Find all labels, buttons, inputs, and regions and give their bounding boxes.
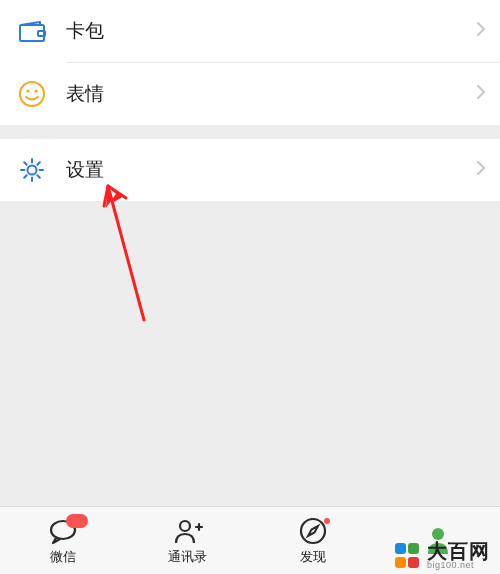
tab-discover[interactable]: 发现: [250, 507, 375, 574]
svg-point-2: [20, 82, 44, 106]
tab-label: 发现: [300, 548, 326, 566]
menu-item-settings[interactable]: 设置: [0, 139, 500, 201]
menu-section-1: 卡包 表情: [0, 0, 500, 125]
svg-rect-0: [20, 25, 44, 41]
chat-icon: [46, 516, 80, 546]
compass-icon: [298, 516, 328, 546]
svg-point-5: [28, 166, 37, 175]
contacts-icon: [172, 516, 204, 546]
svg-line-11: [37, 175, 40, 178]
person-icon: [425, 525, 451, 555]
svg-point-14: [180, 521, 190, 531]
chevron-right-icon: [476, 84, 486, 104]
chevron-right-icon: [476, 160, 486, 180]
svg-point-3: [26, 89, 29, 92]
chevron-right-icon: [476, 21, 486, 41]
svg-line-12: [24, 175, 27, 178]
smiley-icon: [18, 80, 46, 108]
gear-icon: [18, 156, 46, 184]
tab-contacts[interactable]: 通讯录: [125, 507, 250, 574]
svg-point-18: [432, 528, 444, 540]
menu-section-2: 设置: [0, 139, 500, 201]
wallet-icon: [18, 17, 46, 45]
svg-line-10: [24, 162, 27, 165]
menu-item-stickers[interactable]: 表情: [0, 63, 500, 125]
tab-bar: 微信 通讯录 发现: [0, 506, 500, 574]
tab-me[interactable]: [375, 507, 500, 574]
tab-label: 通讯录: [168, 548, 207, 566]
menu-item-label: 表情: [66, 81, 476, 107]
tab-label: 微信: [50, 548, 76, 566]
menu-item-label: 设置: [66, 157, 476, 183]
menu-item-label: 卡包: [66, 18, 476, 44]
section-gap: [0, 125, 500, 139]
menu-item-card-pack[interactable]: 卡包: [0, 0, 500, 62]
svg-point-4: [34, 89, 37, 92]
svg-line-13: [37, 162, 40, 165]
tab-wechat[interactable]: 微信: [0, 507, 125, 574]
svg-point-17: [301, 519, 325, 543]
